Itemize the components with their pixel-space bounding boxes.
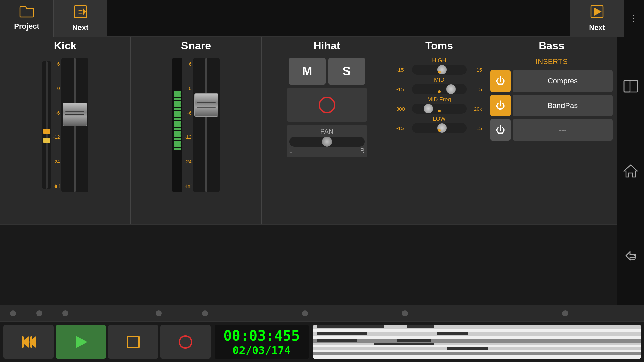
time-main: 00:03:455	[223, 327, 300, 344]
next-right-label: Next	[589, 23, 605, 32]
kick-channel: Kick 60-6-12-24-inf	[0, 37, 131, 224]
skip-back-button[interactable]	[3, 325, 54, 359]
top-bar: Project ≡ Next	[0, 0, 644, 37]
home-icon[interactable]	[622, 163, 639, 179]
next-left-label: Next	[72, 23, 89, 32]
toms-high-max: 15	[469, 67, 482, 73]
snare-name: Snare	[181, 40, 211, 52]
more-button[interactable]: ⋮	[624, 0, 644, 37]
insert-row-empty: ⏻ ---	[490, 119, 613, 141]
piano-roll[interactable]	[313, 325, 641, 359]
time-display: 00:03:455 02/03/174	[215, 325, 309, 359]
empty-insert-button[interactable]: ---	[513, 119, 613, 141]
kick-fader[interactable]	[61, 58, 88, 192]
inserts-label: INSERTS	[490, 57, 613, 66]
bass-channel: Bass INSERTS ⏻ Compres ⏻ BandPas ⏻ ---	[486, 37, 617, 224]
dot-7	[402, 310, 408, 316]
piano-roll-svg	[313, 325, 641, 359]
bandpass-button[interactable]: BandPas	[513, 95, 613, 116]
toms-low-slider[interactable]	[412, 123, 467, 133]
dot-5	[202, 310, 208, 316]
record-circle-icon	[319, 97, 335, 113]
empty-power-button[interactable]: ⏻	[490, 119, 511, 141]
project-label: Project	[14, 22, 39, 31]
next-left-button[interactable]: ≡ Next	[54, 0, 107, 37]
toms-mid-knob[interactable]	[446, 84, 456, 94]
bass-inserts: INSERTS ⏻ Compres ⏻ BandPas ⏻ ---	[488, 55, 615, 143]
svg-point-14	[179, 336, 192, 348]
toms-mid-band: MID -15 15	[396, 77, 482, 94]
time-sub: 02/03/174	[232, 344, 290, 357]
svg-rect-19	[313, 343, 641, 345]
toms-low-label: LOW	[396, 116, 482, 122]
dot-8	[562, 310, 568, 316]
pan-control[interactable]: PAN L R	[287, 125, 367, 157]
kick-fader-scale: 60-6-12-24-inf	[53, 58, 60, 192]
next-right-button[interactable]: Next	[570, 0, 624, 37]
svg-marker-4	[594, 8, 602, 16]
toms-midfreq-min: 300	[396, 106, 410, 112]
compres-power-button[interactable]: ⏻	[490, 70, 511, 92]
toms-low-band: LOW -15 15	[396, 116, 482, 133]
project-button[interactable]: Project	[0, 0, 54, 37]
window-icon[interactable]	[622, 78, 639, 95]
toms-eq: HIGH -15 15 MID	[394, 55, 485, 136]
toms-midfreq-knob[interactable]	[424, 104, 433, 113]
toms-mid-min: -15	[396, 86, 410, 92]
toms-name: Toms	[425, 40, 453, 52]
toms-mid-max: 15	[469, 86, 482, 92]
svg-rect-23	[317, 332, 367, 335]
dot-3	[62, 310, 68, 316]
snare-fader[interactable]	[193, 58, 220, 192]
next-left-icon: ≡	[73, 4, 88, 22]
play-button[interactable]	[56, 325, 106, 359]
svg-rect-28	[437, 332, 468, 335]
toms-high-slider[interactable]	[412, 65, 467, 75]
compres-button[interactable]: Compres	[513, 70, 613, 92]
toms-high-label: HIGH	[396, 57, 482, 64]
record-arm-button[interactable]	[287, 88, 367, 122]
svg-rect-13	[127, 336, 139, 348]
pan-slider[interactable]	[289, 137, 365, 147]
folder-icon	[19, 6, 34, 21]
pan-knob[interactable]	[322, 137, 332, 147]
toms-high-band: HIGH -15 15	[396, 57, 482, 75]
dot-1	[10, 310, 16, 316]
dot-6	[302, 310, 308, 316]
snare-channel: Snare	[131, 37, 262, 224]
record-button[interactable]	[160, 325, 211, 359]
insert-row-bandpass: ⏻ BandPas	[490, 95, 613, 116]
more-icon: ⋮	[629, 13, 639, 24]
snare-fader-scale: 60-6-12-24-inf	[184, 58, 191, 192]
right-sidebar	[617, 37, 644, 305]
svg-rect-25	[374, 343, 434, 345]
toms-midfreq-slider[interactable]	[412, 104, 467, 114]
insert-row-compres: ⏻ Compres	[490, 70, 613, 92]
svg-rect-18	[313, 339, 641, 343]
toms-midfreq-label: MID Freq	[396, 96, 482, 103]
svg-marker-7	[624, 165, 637, 177]
svg-rect-5	[624, 80, 637, 92]
bandpass-power-button[interactable]: ⏻	[490, 95, 511, 116]
pan-left-label: L	[289, 147, 293, 155]
svg-marker-2	[83, 8, 86, 16]
pan-right-label: R	[360, 147, 365, 155]
toms-channel: Toms HIGH -15 15	[392, 37, 486, 224]
next-right-icon	[590, 4, 604, 22]
dot-4	[156, 310, 162, 316]
svg-rect-21	[313, 352, 641, 355]
svg-text:≡: ≡	[78, 8, 83, 16]
toms-low-max: 15	[469, 125, 482, 131]
svg-rect-26	[397, 339, 431, 342]
mute-button[interactable]: M	[289, 58, 326, 85]
bass-name: Bass	[539, 40, 565, 52]
toms-mid-label: MID	[396, 77, 482, 83]
transport-bar: 00:03:455 02/03/174	[0, 322, 644, 362]
back-icon[interactable]	[622, 247, 639, 264]
hihat-name: Hihat	[314, 40, 340, 52]
mixer-area: Kick 60-6-12-24-inf	[0, 37, 617, 225]
toms-high-min: -15	[396, 67, 410, 73]
solo-button[interactable]: S	[328, 58, 365, 85]
stop-button[interactable]	[108, 325, 158, 359]
toms-mid-slider[interactable]	[412, 84, 467, 94]
